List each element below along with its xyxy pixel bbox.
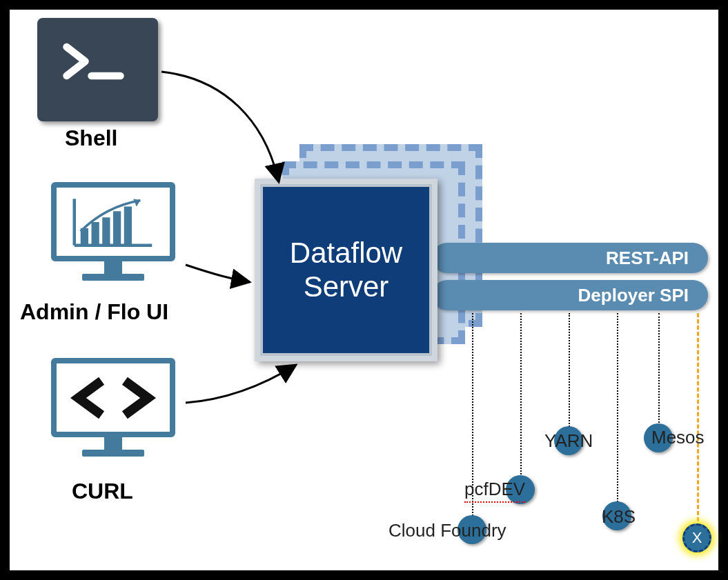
connector-k8s (617, 313, 618, 513)
admin-ui-client-icon (44, 182, 182, 292)
rest-api-label: REST-API (606, 248, 689, 269)
label-cloud-foundry: Cloud Foundry (388, 520, 506, 541)
shell-client-icon (37, 18, 158, 121)
server-title-line2: Server (304, 270, 389, 303)
label-mesos: Mesos (651, 427, 705, 448)
admin-ui-label: Admin / Flo UI (20, 299, 168, 325)
connector-future (697, 313, 699, 534)
svg-rect-5 (102, 217, 110, 246)
connector-mesos (658, 313, 660, 434)
svg-rect-7 (124, 206, 132, 245)
node-future: X (682, 523, 711, 552)
diagram-canvas: Shell Admin / Flo UI (8, 8, 720, 572)
node-future-label: X (692, 529, 702, 547)
label-yarn: YARN (544, 430, 593, 452)
curl-label: CURL (72, 479, 133, 504)
dataflow-server-box: Dataflow Server (255, 179, 437, 361)
svg-rect-4 (92, 222, 99, 246)
label-k8s: K8S (602, 506, 636, 528)
deployer-spi-label: Deployer SPI (578, 285, 689, 306)
server-title-line1: Dataflow (290, 237, 402, 269)
shell-label: Shell (65, 126, 117, 151)
rest-api-bar: REST-API (432, 243, 708, 273)
connector-yarn (569, 313, 570, 437)
connector-pcfdev (520, 313, 522, 486)
label-pcfdev: pcfDEV (464, 479, 525, 503)
deployer-spi-bar: Deployer SPI (432, 280, 708, 310)
svg-rect-6 (113, 211, 121, 246)
curl-client-icon (44, 358, 182, 468)
